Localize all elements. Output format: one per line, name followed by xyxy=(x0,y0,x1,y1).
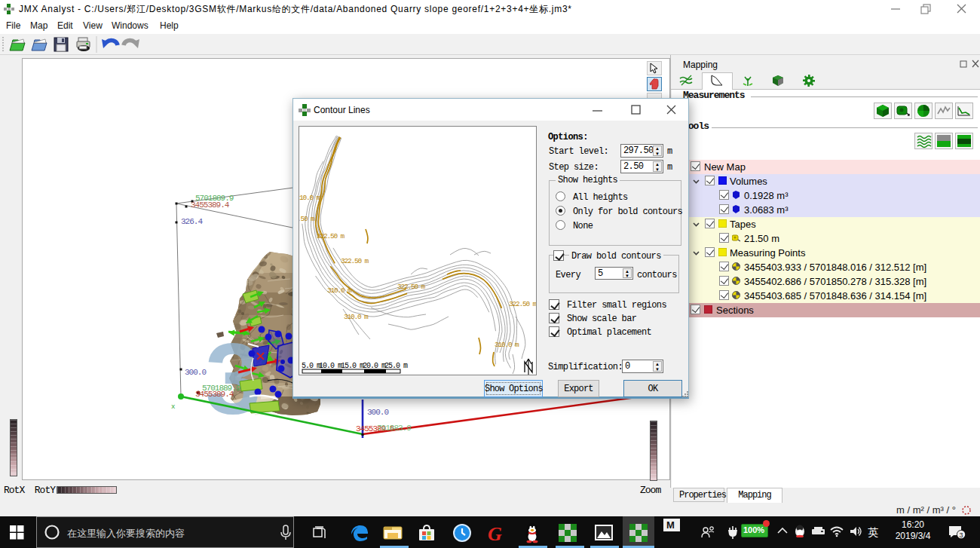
svg-text:310.0 m: 310.0 m xyxy=(495,341,519,349)
svg-text:25.0 m: 25.0 m xyxy=(384,362,408,370)
svg-text:3: 3 xyxy=(960,531,963,539)
svg-text:300.0: 300.0 xyxy=(185,368,206,377)
svg-text:G: G xyxy=(488,523,502,543)
svg-text:701883.9: 701883.9 xyxy=(377,424,411,433)
svg-text:300.0: 300.0 xyxy=(367,408,388,417)
svg-text:3455389.4: 3455389.4 xyxy=(195,390,234,399)
svg-text:20.0 m: 20.0 m xyxy=(363,362,386,370)
svg-text:326.4: 326.4 xyxy=(181,217,203,226)
svg-text:x: x xyxy=(171,403,175,411)
svg-text:10.0 m: 10.0 m xyxy=(319,362,342,370)
svg-text:10.0 m: 10.0 m xyxy=(299,194,321,202)
svg-text:310.0 m: 310.0 m xyxy=(327,286,352,295)
svg-text:3455389.4: 3455389.4 xyxy=(191,201,230,210)
svg-text:322.50 m: 322.50 m xyxy=(341,257,369,265)
svg-text:310.0 m: 310.0 m xyxy=(344,313,369,321)
svg-text:322.50 m: 322.50 m xyxy=(397,283,426,291)
svg-text:322.50 m: 322.50 m xyxy=(509,300,536,308)
svg-text:.50 m: .50 m xyxy=(299,215,315,223)
svg-text:322.50 m: 322.50 m xyxy=(317,232,345,240)
svg-text:15.0 m: 15.0 m xyxy=(341,362,364,370)
